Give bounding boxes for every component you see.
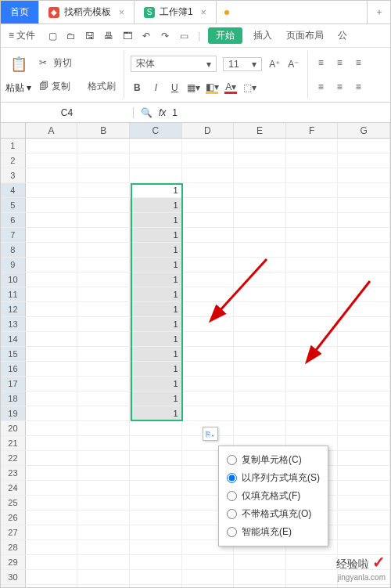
cell[interactable] [77, 347, 130, 361]
cell[interactable]: 1 [130, 347, 182, 361]
cell[interactable] [130, 496, 182, 510]
cell[interactable] [338, 139, 390, 153]
close-icon[interactable]: × [201, 7, 206, 18]
row-header[interactable]: 23 [1, 466, 26, 480]
cell[interactable] [77, 332, 130, 346]
cell[interactable] [182, 406, 235, 420]
cell[interactable]: 1 [130, 243, 182, 257]
row-header[interactable]: 12 [1, 302, 26, 316]
align-left-icon[interactable]: ≡ [314, 81, 327, 93]
cell[interactable] [286, 421, 339, 435]
cell[interactable] [234, 555, 286, 569]
cell[interactable] [338, 481, 390, 495]
cell[interactable] [286, 377, 339, 391]
cell[interactable] [130, 153, 182, 168]
row-header[interactable]: 21 [1, 436, 26, 450]
tab-home[interactable]: 首页 [1, 1, 39, 23]
cell[interactable] [77, 183, 130, 197]
cell[interactable] [26, 228, 78, 242]
cell[interactable] [26, 481, 78, 495]
paste-icon[interactable]: 📋 [9, 55, 28, 74]
merge-button[interactable]: ⬚▾ [243, 81, 256, 94]
row-header[interactable]: 29 [1, 555, 26, 569]
autofill-options-button[interactable]: ⎘▾ [203, 427, 218, 441]
cell[interactable] [26, 406, 78, 420]
cell[interactable] [26, 555, 78, 569]
row-header[interactable]: 6 [1, 213, 26, 227]
cell[interactable] [338, 168, 390, 182]
cell[interactable] [338, 258, 390, 272]
font-size-selector[interactable]: 11▾ [223, 57, 262, 71]
cell[interactable] [130, 436, 182, 450]
row-header[interactable]: 16 [1, 362, 26, 376]
cell[interactable] [77, 406, 130, 420]
autofill-smart-option[interactable]: 智能填充(E) [225, 523, 321, 541]
fx-label[interactable]: fx [159, 107, 166, 118]
autofill-noformat-option[interactable]: 不带格式填充(O) [225, 505, 321, 523]
print-icon[interactable]: 🖶 [102, 30, 115, 42]
cell[interactable] [130, 585, 182, 588]
cell[interactable] [26, 287, 78, 301]
cell[interactable] [77, 272, 130, 287]
cell[interactable] [234, 391, 286, 406]
cell[interactable] [234, 139, 286, 153]
cell[interactable] [182, 168, 235, 182]
cell[interactable] [26, 153, 78, 168]
align-bot-icon[interactable]: ≡ [352, 56, 364, 69]
cell[interactable] [130, 421, 182, 435]
cell[interactable] [182, 585, 235, 588]
cell[interactable] [234, 168, 286, 182]
column-header[interactable]: G [338, 123, 390, 138]
select-all-corner[interactable] [1, 123, 26, 138]
column-header[interactable]: E [234, 123, 286, 138]
cell[interactable] [338, 496, 390, 510]
row-header[interactable]: 10 [1, 272, 26, 287]
cell[interactable] [130, 555, 182, 569]
row-header[interactable]: 20 [1, 421, 26, 435]
cell[interactable] [77, 451, 130, 465]
cell[interactable] [130, 451, 182, 465]
cell[interactable] [338, 510, 390, 525]
cell[interactable] [77, 362, 130, 376]
cell[interactable] [338, 525, 390, 539]
cell[interactable] [26, 347, 78, 361]
cell[interactable] [286, 139, 339, 153]
cell[interactable] [130, 510, 182, 525]
decrease-font-icon[interactable]: A⁻ [287, 58, 300, 70]
cell[interactable] [234, 347, 286, 361]
tab-template[interactable]: ◆ 找稻壳模板 × [39, 1, 135, 23]
cell[interactable] [77, 481, 130, 495]
row-header[interactable]: 11 [1, 287, 26, 301]
formula-input[interactable]: 1 [172, 107, 178, 118]
cell[interactable]: 1 [130, 183, 182, 197]
cell[interactable] [338, 153, 390, 168]
cell[interactable] [338, 213, 390, 227]
cell[interactable] [286, 213, 339, 227]
row-header[interactable]: 28 [1, 540, 26, 554]
column-header[interactable]: D [182, 123, 235, 138]
row-header[interactable]: 19 [1, 406, 26, 420]
cell[interactable] [338, 436, 390, 450]
cell[interactable] [77, 139, 130, 153]
autofill-series-option[interactable]: 以序列方式填充(S) [225, 469, 321, 487]
cell[interactable]: 1 [130, 228, 182, 242]
align-top-icon[interactable]: ≡ [314, 56, 327, 69]
save-icon[interactable]: 🖫 [84, 30, 96, 42]
cell[interactable] [286, 153, 339, 168]
cell[interactable] [77, 570, 130, 584]
align-center-icon[interactable]: ≡ [333, 81, 346, 93]
cell[interactable] [77, 510, 130, 525]
cell[interactable] [77, 421, 130, 435]
row-header[interactable]: 18 [1, 391, 26, 406]
row-header[interactable]: 5 [1, 198, 26, 212]
cell[interactable] [77, 317, 130, 331]
cell[interactable] [77, 243, 130, 257]
zoom-icon[interactable]: 🔍 [140, 106, 152, 119]
cell[interactable] [286, 168, 339, 182]
cell[interactable] [182, 139, 235, 153]
cell[interactable] [338, 228, 390, 242]
cell[interactable] [234, 183, 286, 197]
row-header[interactable]: 13 [1, 317, 26, 331]
bold-button[interactable]: B [131, 81, 143, 94]
cell[interactable] [26, 258, 78, 272]
